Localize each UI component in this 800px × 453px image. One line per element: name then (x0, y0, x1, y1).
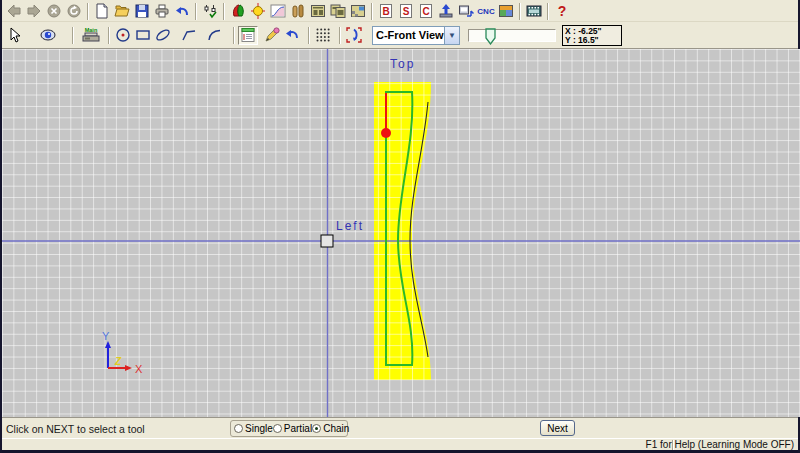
separator (108, 27, 110, 44)
arc-tool-icon[interactable] (205, 26, 225, 45)
separator (371, 3, 373, 20)
extrude-icon[interactable] (288, 2, 308, 21)
app-window: B S C CNC ? Main C-Front View ▼ (0, 0, 800, 453)
ellipse-tool-icon[interactable] (153, 26, 173, 45)
transfer-icon[interactable] (456, 2, 476, 21)
triad-x-label: X (135, 363, 143, 375)
separator (547, 3, 549, 20)
radio-single-label: Single (245, 423, 273, 434)
radio-single[interactable]: Single (234, 423, 273, 434)
spline-chart-icon[interactable] (268, 2, 288, 21)
doc-b-icon[interactable]: B (376, 2, 396, 21)
original-curve[interactable] (410, 102, 428, 357)
axis-triad: Z Y X (102, 330, 143, 375)
separator (308, 27, 310, 44)
radio-chain-circle[interactable] (312, 424, 321, 433)
radio-chain-label: Chain (323, 423, 349, 434)
triad-y-label: Y (102, 330, 110, 342)
circle-tool-icon[interactable] (113, 26, 133, 45)
new-document-icon[interactable] (92, 2, 112, 21)
visibility-eye-icon[interactable] (38, 26, 58, 45)
radio-partial-label: Partial (284, 423, 312, 434)
stop-icon[interactable] (44, 2, 64, 21)
layout-window-icon[interactable] (496, 2, 516, 21)
view-windows-icon[interactable] (328, 2, 348, 21)
open-folder-icon[interactable] (112, 2, 132, 21)
status-help-text: F1 for Help (Learning Mode OFF) (646, 439, 794, 450)
chevron-down-icon[interactable]: ▼ (444, 27, 459, 44)
view-rotate-icon[interactable] (344, 26, 364, 45)
doc-s-icon[interactable]: S (396, 2, 416, 21)
next-button[interactable]: Next (540, 420, 575, 436)
save-icon[interactable] (132, 2, 152, 21)
prompt-bar: Click on NEXT to select a tool Single Pa… (2, 417, 798, 438)
drawing-canvas[interactable]: Z Y X Top Left (2, 49, 800, 417)
selection-mode-group: Single Partial Chain (230, 420, 348, 437)
back-arrow-icon[interactable] (4, 2, 24, 21)
separator (233, 27, 235, 44)
view-window-icon[interactable] (308, 2, 328, 21)
doc-c-icon[interactable]: C (416, 2, 436, 21)
snap-grid-icon[interactable] (313, 26, 333, 45)
video-icon[interactable] (524, 2, 544, 21)
corner-line-tool-icon[interactable] (179, 26, 199, 45)
prompt-message: Click on NEXT to select a tool (6, 423, 145, 435)
radio-single-circle[interactable] (234, 424, 243, 433)
post-upload-icon[interactable] (436, 2, 456, 21)
coordinate-y: Y : 16.5" (565, 36, 619, 46)
rectangle-tool-icon[interactable] (133, 26, 153, 45)
separator (519, 3, 521, 20)
view-selector-dropdown[interactable]: C-Front View ▼ (372, 26, 460, 45)
settings-sliders-icon[interactable] (200, 2, 220, 21)
triad-z-label: Z (114, 356, 122, 367)
view-label-left: Left (336, 219, 364, 233)
radio-partial-circle[interactable] (273, 424, 282, 433)
select-cursor-icon[interactable] (4, 26, 24, 45)
separator (339, 27, 341, 44)
separator (223, 3, 225, 20)
print-icon[interactable] (152, 2, 172, 21)
view-pattern-icon[interactable] (348, 2, 368, 21)
refresh-icon[interactable] (64, 2, 84, 21)
forward-arrow-icon[interactable] (24, 2, 44, 21)
help-icon[interactable]: ? (552, 2, 572, 21)
main-machine-icon[interactable]: Main (77, 26, 105, 45)
main-machine-label: Main (85, 27, 98, 33)
doc-s-letter: S (403, 6, 410, 17)
doc-b-letter: B (382, 6, 389, 17)
radio-chain[interactable]: Chain (312, 423, 349, 434)
cnc-icon[interactable]: CNC (476, 2, 496, 21)
undo-small-icon[interactable] (282, 26, 302, 45)
separator (72, 27, 74, 44)
toolbar-standard: B S C CNC ? (2, 0, 798, 22)
geometry-layer: Z Y X (2, 49, 800, 417)
feature-list-icon[interactable] (238, 26, 258, 45)
view-selector-value: C-Front View (373, 29, 444, 41)
scale-slider[interactable] (468, 29, 556, 42)
help-label: ? (558, 3, 567, 19)
undo-icon[interactable] (172, 2, 192, 21)
status-bar: F1 for Help (Learning Mode OFF) (2, 438, 798, 450)
origin-handle[interactable] (321, 235, 333, 247)
coordinate-readout: X : -6.25" Y : 16.5" (562, 25, 622, 46)
radio-partial[interactable]: Partial (273, 423, 312, 434)
cnc-label: CNC (477, 7, 494, 16)
start-point[interactable] (381, 128, 391, 138)
toolbar-drawing: Main C-Front View ▼ X : -6.25" Y : 16.5" (2, 22, 798, 49)
solids-icon[interactable] (228, 2, 248, 21)
separator (195, 3, 197, 20)
pencil-eraser-icon[interactable] (262, 26, 282, 45)
slider-handle-icon[interactable] (485, 28, 496, 45)
doc-c-letter: C (422, 6, 429, 17)
view-label-top: Top (390, 57, 415, 71)
separator (87, 3, 89, 20)
point-snap-icon[interactable] (248, 2, 268, 21)
